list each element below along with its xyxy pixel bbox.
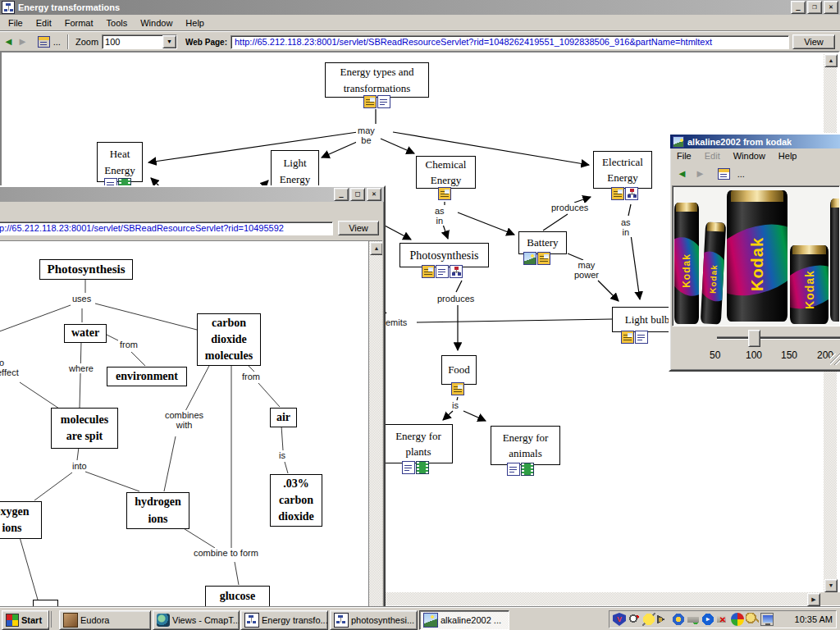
slider-thumb[interactable] xyxy=(748,330,760,347)
menu-window[interactable]: Window xyxy=(727,149,772,162)
text-resource-icon[interactable] xyxy=(635,331,648,344)
globe-icon[interactable] xyxy=(672,613,685,626)
task-alkaline2002[interactable]: alkaline2002 ... xyxy=(419,610,509,630)
node-energy-for-plants[interactable]: Energy for plants xyxy=(384,424,453,463)
video-resource-icon[interactable] xyxy=(416,461,429,474)
image-resource-icon[interactable] xyxy=(537,252,550,265)
text-resource-icon[interactable] xyxy=(507,463,520,476)
resize-grip[interactable] xyxy=(830,354,840,365)
node-partial[interactable] xyxy=(33,600,58,607)
scroll-right-icon[interactable]: ▶ xyxy=(807,593,820,606)
pencil-note-icon[interactable] xyxy=(642,613,655,626)
node-carbon-dioxide-molecules[interactable]: carbon dioxide molecules xyxy=(197,313,261,366)
scroll-up-icon[interactable]: ▲ xyxy=(370,242,382,255)
link-uses[interactable]: uses xyxy=(71,294,93,304)
web-page-url-field[interactable]: tp://65.212.118.23:8001/servlet/SBReadRe… xyxy=(0,221,333,235)
node-photosynthesis[interactable]: Photosynthesis xyxy=(39,259,133,280)
menu-file[interactable]: File xyxy=(670,149,698,162)
menu-help[interactable]: Help xyxy=(772,149,804,162)
messenger-icon[interactable]: ▸ xyxy=(701,613,714,626)
key-icon[interactable] xyxy=(746,613,759,626)
node-heat-energy[interactable]: Heat Energy xyxy=(97,142,143,182)
battery-aa: Kodak xyxy=(674,203,699,324)
kodak-zoom-slider[interactable]: 50 100 150 200 xyxy=(672,325,840,367)
task-photosynthesis[interactable]: photosynthesi... xyxy=(330,610,418,630)
node-electrical-energy[interactable]: Electrical Energy xyxy=(593,151,652,189)
volume-icon[interactable] xyxy=(657,613,670,626)
node-air[interactable]: air xyxy=(270,408,297,427)
link-as-in-chemical[interactable]: as in xyxy=(433,206,446,226)
cmap-resource-icon[interactable] xyxy=(450,265,463,278)
node-glucose-food[interactable]: glucose (food) xyxy=(205,586,270,607)
network-disconnected-icon[interactable]: ✕ xyxy=(716,613,729,626)
node-food[interactable]: Food xyxy=(441,355,477,385)
node-environment[interactable]: environment xyxy=(107,367,187,386)
node-water[interactable]: water xyxy=(64,324,107,343)
node-photosynthesis[interactable]: Photosynthesis xyxy=(399,243,489,267)
image-resource-icon[interactable] xyxy=(438,187,451,200)
back-button[interactable]: ◄ xyxy=(677,168,687,180)
scroll-down-icon[interactable]: ▼ xyxy=(824,579,838,592)
task-views-cmaptools[interactable]: Views - CmapT... xyxy=(153,610,240,630)
text-resource-icon[interactable] xyxy=(436,265,449,278)
link-produces-battery[interactable]: produces xyxy=(550,203,590,212)
node-energy-types[interactable]: Energy types and transformations xyxy=(325,62,429,98)
node-hydrogen-ions[interactable]: hydrogen ions xyxy=(126,492,189,529)
link-where[interactable]: where xyxy=(67,363,95,373)
node-molecules-are-spit[interactable]: molecules are spit xyxy=(51,408,118,449)
photo-resource-icon[interactable] xyxy=(523,252,536,265)
link-into[interactable]: into xyxy=(71,461,89,471)
node-chemical-energy-resources xyxy=(438,187,451,200)
node-chemical-energy[interactable]: Chemical Energy xyxy=(416,156,476,189)
view-button[interactable]: View xyxy=(338,221,379,235)
video-resource-icon[interactable] xyxy=(521,463,534,476)
task-eudora[interactable]: Eudora xyxy=(59,610,151,630)
scroll-up-icon[interactable]: ▲ xyxy=(824,54,838,67)
link-may-power[interactable]: may power xyxy=(573,260,600,280)
kodak-window-titlebar[interactable]: alkaline2002 from kodak xyxy=(670,135,840,148)
taskbar-divider[interactable] xyxy=(48,611,52,628)
search-magnifier-icon[interactable] xyxy=(628,613,641,626)
link-emits[interactable]: emits xyxy=(384,317,409,327)
minimize-button[interactable]: _ xyxy=(334,188,349,201)
text-resource-icon[interactable] xyxy=(377,95,390,108)
image-resource-icon[interactable] xyxy=(611,187,624,200)
photosynthesis-map-canvas[interactable]: Photosynthesis water environment carbon … xyxy=(0,240,382,607)
display-icon[interactable] xyxy=(760,613,774,626)
forward-button[interactable]: ► xyxy=(695,168,705,180)
cmap-resource-icon[interactable] xyxy=(625,187,638,200)
link-produces-photosynthesis[interactable]: produces xyxy=(436,294,476,304)
battery-c: Kodak xyxy=(790,245,829,324)
image-resource-icon[interactable] xyxy=(451,382,464,395)
window-list-icon[interactable] xyxy=(718,168,730,180)
link-is[interactable]: is xyxy=(450,400,460,410)
start-button[interactable]: Start xyxy=(2,610,49,630)
link-may-be[interactable]: may be xyxy=(356,126,377,145)
node-energy-for-animals[interactable]: Energy for animals xyxy=(491,426,560,465)
pinwheel-icon[interactable] xyxy=(731,613,744,626)
link-as-in-electrical[interactable]: as in xyxy=(619,217,632,237)
node-light-bulb-resources xyxy=(621,331,648,344)
printer-icon[interactable] xyxy=(687,613,700,626)
photosynthesis-window-titlebar[interactable]: _ □ ✕ xyxy=(0,187,384,202)
maximize-button[interactable]: □ xyxy=(350,188,365,201)
text-resource-icon[interactable] xyxy=(402,461,415,474)
link-to-effect[interactable]: to effect xyxy=(0,358,21,377)
node-battery[interactable]: Battery xyxy=(518,231,567,254)
node-03-carbon-dioxide[interactable]: .03% carbon dioxide xyxy=(270,474,322,527)
image-resource-icon[interactable] xyxy=(363,95,377,108)
link-combines-with[interactable]: combines with xyxy=(163,410,205,430)
link-combine-to-form[interactable]: combine to form xyxy=(192,548,260,558)
node-oxygen-ions[interactable]: oxygen ions xyxy=(0,501,42,539)
link-from-environment[interactable]: from xyxy=(118,340,139,349)
taskbar-clock[interactable]: 10:35 AM xyxy=(795,614,833,624)
link-is[interactable]: is xyxy=(277,450,287,460)
antivirus-shield-icon[interactable]: V xyxy=(613,613,626,626)
slider-track[interactable] xyxy=(717,336,840,340)
task-energy-transformations[interactable]: Energy transfo... xyxy=(240,610,328,630)
image-resource-icon[interactable] xyxy=(621,331,634,344)
image-resource-icon[interactable] xyxy=(422,265,435,278)
close-button[interactable]: ✕ xyxy=(367,188,381,201)
link-from-air[interactable]: from xyxy=(240,372,262,381)
photo-window-vertical-scrollbar[interactable]: ▲ xyxy=(368,241,382,607)
